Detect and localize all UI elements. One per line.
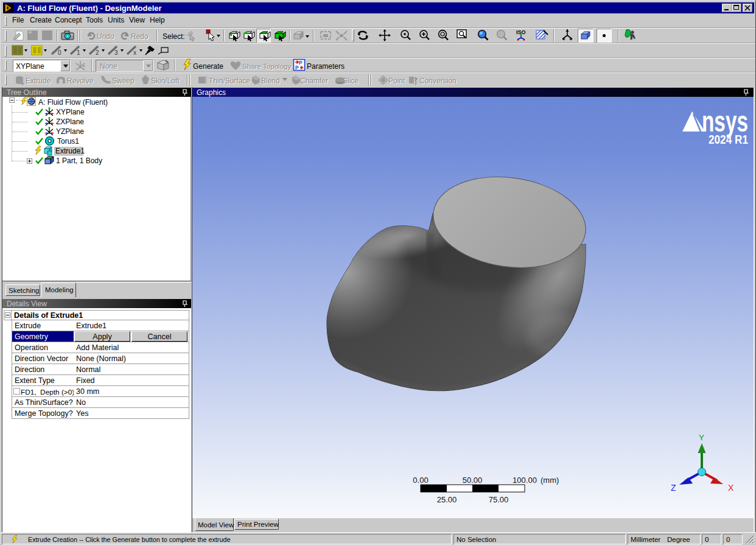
svg-text:0: 0	[58, 49, 61, 56]
svg-text:X: X	[728, 483, 734, 493]
svg-text:0.00: 0.00	[413, 476, 428, 485]
svg-text:(mm): (mm)	[541, 476, 559, 485]
svg-text:3: 3	[114, 49, 118, 56]
svg-text:2024 R1: 2024 R1	[709, 133, 748, 146]
svg-text:75.00: 75.00	[489, 495, 509, 504]
svg-text:x: x	[133, 49, 136, 56]
svg-text:P: P	[299, 60, 303, 66]
svg-text:50.00: 50.00	[463, 476, 483, 485]
svg-text:1: 1	[77, 49, 80, 56]
svg-text:P: P	[295, 65, 299, 71]
svg-text:25.00: 25.00	[437, 495, 457, 504]
svg-text:Y: Y	[699, 433, 704, 442]
svg-text:Z: Z	[671, 483, 676, 493]
svg-text:2: 2	[96, 49, 99, 56]
svg-text:100.00: 100.00	[513, 476, 537, 485]
